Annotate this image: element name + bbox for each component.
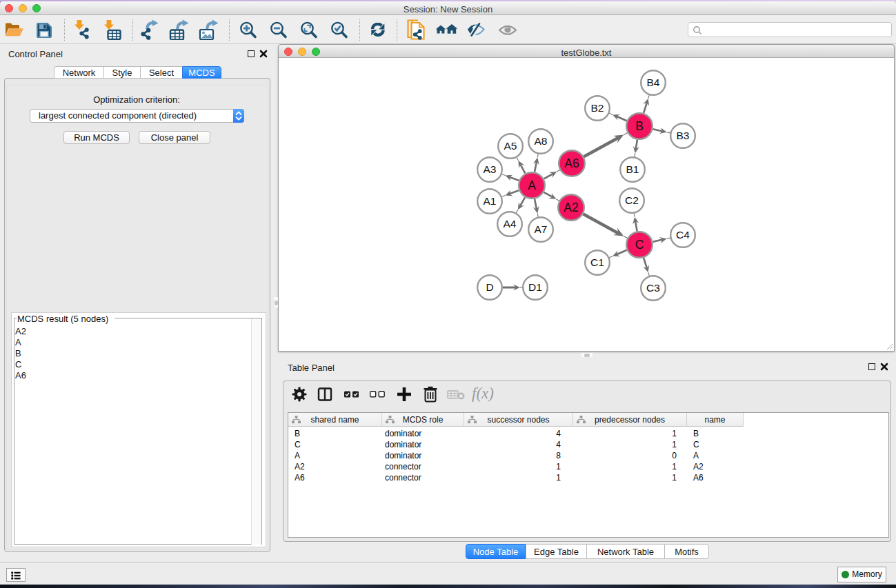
svg-text:A5: A5 xyxy=(504,140,517,152)
svg-text:B1: B1 xyxy=(626,163,639,175)
svg-text:C3: C3 xyxy=(646,282,660,294)
svg-text:C1: C1 xyxy=(590,256,604,268)
svg-text:C2: C2 xyxy=(625,194,639,206)
svg-text:A6: A6 xyxy=(564,156,579,170)
svg-text:D1: D1 xyxy=(528,281,542,293)
svg-text:A3: A3 xyxy=(484,163,497,175)
svg-text:B2: B2 xyxy=(591,102,604,114)
svg-text:B4: B4 xyxy=(647,77,660,88)
svg-text:A1: A1 xyxy=(484,195,497,207)
svg-text:D: D xyxy=(486,281,493,293)
svg-text:A2: A2 xyxy=(564,201,578,214)
svg-text:C4: C4 xyxy=(676,229,690,241)
svg-text:B3: B3 xyxy=(677,130,690,141)
svg-text:A7: A7 xyxy=(535,223,548,235)
svg-text:A4: A4 xyxy=(504,218,517,230)
svg-text:B: B xyxy=(635,119,644,133)
svg-text:C: C xyxy=(635,238,644,252)
svg-text:A8: A8 xyxy=(535,135,548,147)
svg-text:A: A xyxy=(528,179,536,192)
